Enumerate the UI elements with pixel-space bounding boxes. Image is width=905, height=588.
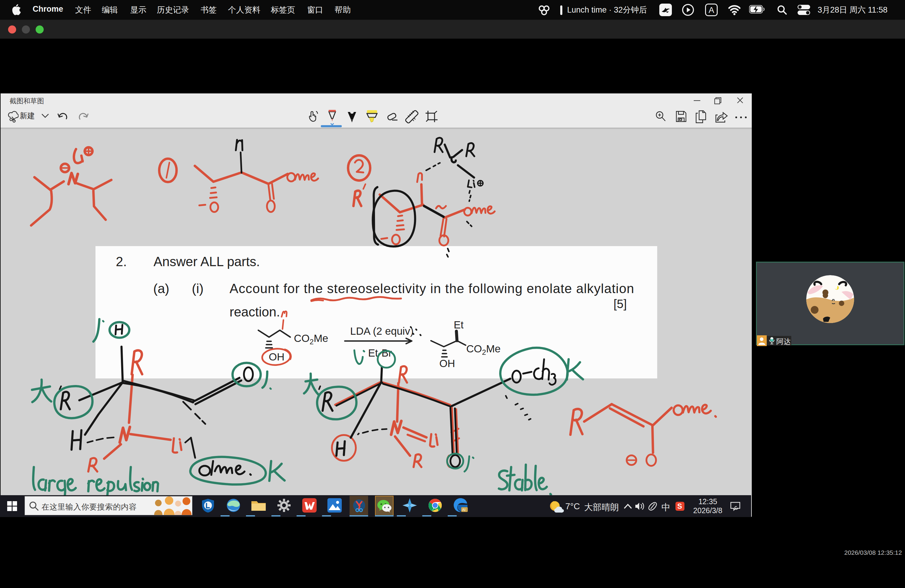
svg-text:AI: AI — [462, 508, 465, 512]
